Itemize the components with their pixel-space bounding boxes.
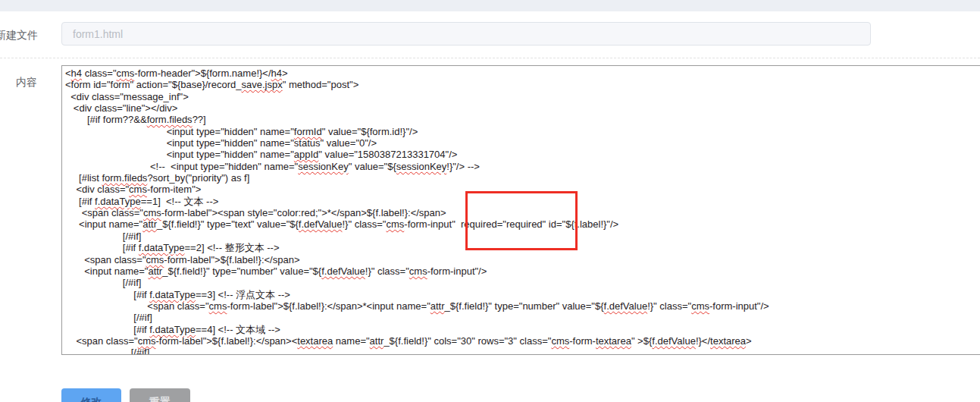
content-label: 内容 xyxy=(16,76,37,90)
code-line: [#if f.dataType==1] <!-- 文本 --> xyxy=(65,196,980,207)
code-line: <input name="attr_${f.field!}" type="tex… xyxy=(65,218,980,230)
code-line: <div class="cms-form-item"> xyxy=(65,184,980,195)
code-line: <div class="message_inf"> xyxy=(65,91,980,102)
code-line: [#list form.fileds?sort_by("priority") a… xyxy=(65,172,980,184)
modify-button[interactable]: 修改 xyxy=(61,388,121,402)
code-line: <span class="cms-form-label">${f.label!}… xyxy=(65,335,980,347)
code-line: <input type="hidden" name="status" value… xyxy=(65,137,980,149)
code-line: <span class="cms-form-label">${f.label!}… xyxy=(65,254,980,265)
filename-label: 新建文件 xyxy=(0,29,38,42)
section-divider xyxy=(0,58,980,58)
top-bar xyxy=(0,0,980,11)
code-line: <input type="hidden" name="appId" value=… xyxy=(65,149,980,160)
code-line: <span class="cms-form-label">${f.label!}… xyxy=(65,300,980,312)
code-line: <h4 class="cms-form-header">${form.name!… xyxy=(65,68,980,79)
code-line: [/#if] xyxy=(65,312,980,323)
code-line: [/#if] xyxy=(65,231,980,242)
code-line: [/#if] xyxy=(65,277,980,288)
code-line: [#if f.dataType==3] <!-- 浮点文本 --> xyxy=(65,289,980,300)
code-line: [/#if] xyxy=(65,347,980,355)
code-line: <div class="line"></div> xyxy=(65,102,980,114)
code-line: <input type="hidden" name="formId" value… xyxy=(65,126,980,137)
reset-button[interactable]: 重置 xyxy=(130,388,190,402)
content-code-editor[interactable]: <h4 class="cms-form-header">${form.name!… xyxy=(61,65,980,355)
code-line: [#if form??&&form.fileds??] xyxy=(65,114,980,125)
filename-input[interactable] xyxy=(61,22,871,46)
code-line: <span class="cms-form-label"><span style… xyxy=(65,207,980,218)
code-line: [#if f.dataType==2] <!-- 整形文本 --> xyxy=(65,242,980,253)
code-line: [#if f.dataType==4] <!-- 文本域 --> xyxy=(65,324,980,335)
code-line: <form id="form" action="${base}/record_s… xyxy=(65,79,980,90)
code-line: <input name="attr_${f.field!}" type="num… xyxy=(65,265,980,277)
code-line: <!-- <input type="hidden" name="sessionK… xyxy=(65,161,980,172)
